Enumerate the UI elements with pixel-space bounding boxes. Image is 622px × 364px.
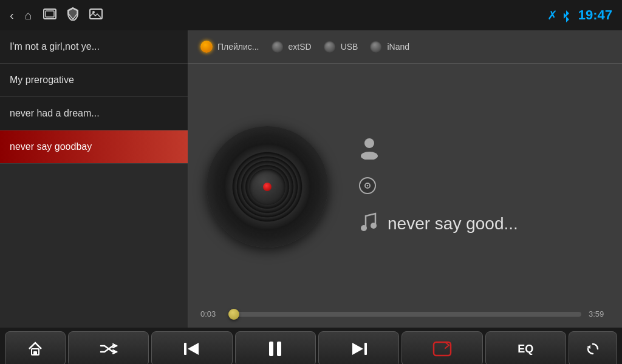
svg-point-5: [364, 138, 374, 148]
playlist-sidebar: I'm not a girl,not ye...My prerogativene…: [0, 30, 188, 328]
track-name-label: never say good...: [388, 214, 518, 234]
source-tab-usb[interactable]: USB: [324, 41, 358, 53]
repeat-button[interactable]: [402, 331, 482, 364]
svg-rect-14: [184, 343, 186, 355]
svg-point-9: [367, 184, 369, 186]
vinyl-dot: [263, 183, 272, 191]
artist-row: [358, 136, 380, 164]
progress-area: 0:03 3:59: [188, 309, 622, 328]
bottom-controls: EQ: [0, 328, 622, 364]
home-nav-icon[interactable]: ⌂: [25, 8, 32, 22]
playlist-item-0[interactable]: I'm not a girl,not ye...: [0, 30, 188, 64]
image-nav-icon[interactable]: [89, 8, 103, 22]
progress-thumb[interactable]: [228, 309, 239, 320]
playlist-item-2[interactable]: never had a dream...: [0, 97, 188, 130]
window-nav-icon[interactable]: [43, 8, 56, 22]
nav-controls: ‹ ⌂: [10, 7, 535, 24]
track-info: never say good...: [346, 136, 604, 237]
playlist-item-1[interactable]: My prerogative: [0, 64, 188, 97]
vinyl-center: [249, 169, 285, 205]
back-nav-icon[interactable]: ‹: [10, 8, 14, 22]
prev-button[interactable]: [151, 331, 232, 364]
prev-icon: [183, 342, 200, 356]
svg-rect-17: [277, 342, 281, 356]
shuffle-icon: [100, 342, 118, 356]
player-main: never say good...: [188, 64, 622, 309]
back-button[interactable]: [569, 331, 617, 364]
home-button-icon: [27, 340, 44, 357]
eq-button[interactable]: EQ: [485, 331, 566, 364]
status-right: ✗ 19:47: [547, 7, 612, 23]
tab-label-extsd: extSD: [289, 42, 312, 52]
eq-label: EQ: [518, 343, 533, 356]
artist-icon: [358, 136, 380, 164]
pause-button[interactable]: [235, 331, 316, 364]
tab-led-extsd: [272, 41, 284, 53]
tab-label-inand: iNand: [387, 42, 409, 52]
svg-marker-19: [352, 343, 363, 355]
status-bar: ‹ ⌂ ✗ 19:47: [0, 0, 622, 30]
svg-rect-13: [33, 351, 37, 355]
vinyl-graphic: [207, 126, 328, 248]
tab-led-inand: [370, 41, 382, 53]
vinyl-disc: [207, 126, 328, 248]
svg-rect-1: [46, 11, 54, 17]
next-icon: [350, 342, 367, 356]
album-icon: [358, 177, 377, 199]
player-area: Плейлис...extSDUSBiNand: [188, 30, 622, 328]
tab-label-playlist: Плейлис...: [217, 42, 259, 52]
tab-label-usb: USB: [341, 42, 358, 52]
album-row: [358, 177, 377, 199]
total-time: 3:59: [589, 309, 610, 318]
current-time: 0:03: [200, 309, 222, 318]
progress-row: 0:03 3:59: [200, 309, 610, 318]
svg-point-10: [361, 225, 367, 231]
track-name-row: never say good...: [358, 211, 518, 237]
tab-led-usb: [324, 41, 336, 53]
main-content: I'm not a girl,not ye...My prerogativene…: [0, 30, 622, 328]
shuffle-button[interactable]: [68, 331, 149, 364]
shield-nav-icon[interactable]: [67, 7, 78, 24]
back-icon: [584, 340, 601, 357]
source-tabs: Плейлис...extSDUSBiNand: [188, 30, 622, 64]
svg-marker-21: [587, 345, 590, 349]
tab-led-playlist: [200, 41, 213, 53]
music-note-icon: [358, 211, 378, 237]
bluetooth-icon: ✗: [547, 8, 571, 23]
source-tab-extsd[interactable]: extSD: [272, 41, 312, 53]
playlist-item-3[interactable]: never say goodbay: [0, 130, 188, 164]
repeat-icon: [432, 341, 452, 357]
svg-rect-16: [269, 342, 273, 356]
pause-icon: [268, 341, 282, 357]
svg-point-6: [361, 152, 378, 160]
source-tab-inand[interactable]: iNand: [370, 41, 409, 53]
time-display: 19:47: [578, 7, 612, 23]
svg-rect-18: [364, 343, 367, 355]
home-button[interactable]: [5, 331, 66, 364]
progress-track[interactable]: [229, 312, 581, 317]
svg-marker-15: [188, 343, 199, 355]
source-tab-playlist[interactable]: Плейлис...: [200, 41, 259, 53]
svg-point-11: [371, 223, 377, 229]
next-button[interactable]: [318, 331, 399, 364]
